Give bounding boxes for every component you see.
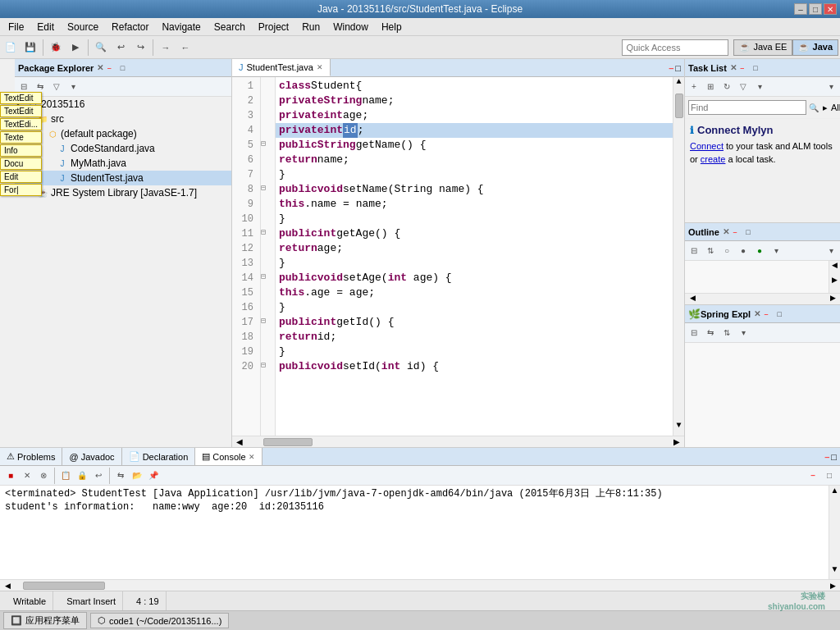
console-sv-up[interactable]: ▲: [829, 486, 840, 500]
console-open-btn[interactable]: 📂: [130, 468, 144, 483]
maximize-button[interactable]: □: [809, 3, 822, 15]
console-hs-right[interactable]: ▶: [825, 582, 840, 590]
gutter-11[interactable]: ⊟: [261, 225, 275, 240]
perspective-java[interactable]: ☕ Java: [792, 39, 838, 56]
connect-link[interactable]: Connect: [690, 141, 724, 151]
tb-save-btn[interactable]: 💾: [21, 39, 39, 57]
task-max-btn[interactable]: □: [750, 62, 761, 74]
menu-source[interactable]: Source: [61, 20, 105, 34]
console-clear2-btn[interactable]: ⊗: [36, 468, 51, 483]
perspective-javaee[interactable]: ☕ Java EE: [733, 39, 792, 56]
explorer-max-btn[interactable]: □: [116, 62, 128, 74]
tree-item-project[interactable]: ▾ ⬡ 20135116: [15, 97, 231, 112]
console-stop-btn[interactable]: ■: [3, 468, 18, 483]
tree-item-codestandard[interactable]: ▸ J CodeStandard.java: [15, 141, 231, 156]
gutter-5[interactable]: ⊟: [261, 136, 275, 151]
task-all-btn[interactable]: ▸: [821, 103, 829, 113]
spring-link-btn[interactable]: ⇆: [703, 326, 718, 340]
bottom-max-btn[interactable]: □: [831, 452, 837, 462]
outline-hs-right[interactable]: ▶: [825, 294, 840, 304]
tb-undo-btn[interactable]: ↩: [112, 39, 130, 57]
console-word-wrap-btn[interactable]: ↩: [91, 468, 106, 483]
taskbar-code-item[interactable]: ⬡ code1 (~/Code/20135116...): [90, 613, 229, 628]
spring-sort-btn[interactable]: ⇅: [719, 326, 734, 340]
console-max-btn2[interactable]: □: [822, 468, 837, 483]
bottom-tab-console[interactable]: ▤ Console ✕: [195, 448, 262, 465]
bottom-min-btn[interactable]: –: [824, 452, 829, 462]
console-scrollbar-v[interactable]: ▲ ▼: [829, 486, 840, 579]
task-min-btn[interactable]: –: [737, 62, 748, 74]
editor-max-btn[interactable]: □: [675, 63, 681, 73]
outline-collapse-btn[interactable]: ⊟: [687, 244, 701, 258]
outline-green-btn[interactable]: ●: [752, 244, 767, 258]
bottom-tab-javadoc[interactable]: @ Javadoc: [62, 448, 121, 465]
code-content[interactable]: class Student{ private String name; priv…: [276, 77, 673, 436]
menu-refactor[interactable]: Refactor: [105, 20, 155, 34]
outline-hs-left[interactable]: ◀: [685, 294, 700, 304]
tb-new-btn[interactable]: 📄: [2, 39, 20, 57]
bottom-tab-declaration[interactable]: 📄 Declaration: [122, 448, 196, 465]
menu-window[interactable]: Window: [326, 20, 375, 34]
tab-close-btn[interactable]: ✕: [317, 63, 323, 71]
hscroll-left-btn[interactable]: ◀: [232, 437, 247, 446]
outline-scroll-left[interactable]: ◀: [829, 261, 840, 276]
console-hs-thumb[interactable]: [23, 582, 105, 590]
tree-item-default-pkg[interactable]: ▾ ⬡ (default package): [15, 126, 231, 141]
explorer-menu-btn[interactable]: ▾: [66, 80, 80, 94]
menu-project[interactable]: Project: [252, 20, 295, 34]
menu-run[interactable]: Run: [295, 20, 326, 34]
console-link-btn[interactable]: ⇆: [113, 468, 128, 483]
tree-item-mymath[interactable]: ▸ J MyMath.java: [15, 156, 231, 171]
spring-min-btn[interactable]: –: [760, 308, 772, 320]
scrollbar-up-btn[interactable]: ▲: [673, 77, 684, 92]
editor-min-btn[interactable]: –: [669, 63, 673, 73]
console-hs-left[interactable]: ◀: [0, 582, 15, 590]
scroll-thumb[interactable]: [675, 94, 683, 118]
tree-item-src[interactable]: ▾ 📁 src: [15, 112, 231, 126]
editor-hscrollbar[interactable]: ◀ ▶: [232, 436, 684, 447]
tree-item-studenttest[interactable]: ▸ J StudentTest.java: [15, 171, 231, 185]
gutter-8[interactable]: ⊟: [261, 180, 275, 195]
outline-scroll-right[interactable]: ▶: [829, 276, 840, 290]
task-search-btn[interactable]: 🔍: [808, 100, 819, 115]
console-sv-down[interactable]: ▼: [829, 564, 840, 579]
spring-collapse-btn[interactable]: ⊟: [687, 326, 701, 340]
gutter-17[interactable]: ⊟: [261, 313, 275, 328]
outline-sort-btn[interactable]: ⇅: [703, 244, 718, 258]
console-hscrollbar[interactable]: ◀ ▶: [0, 579, 840, 591]
spring-max-btn[interactable]: □: [774, 308, 785, 320]
hscroll-right-btn[interactable]: ▶: [669, 437, 684, 446]
console-tab-close[interactable]: ✕: [249, 453, 255, 461]
task-new-btn[interactable]: +: [687, 80, 701, 94]
minimize-button[interactable]: –: [794, 3, 807, 15]
outline-menu-btn[interactable]: ▾: [769, 244, 783, 258]
console-clear-btn[interactable]: ✕: [20, 468, 34, 483]
tb-run-btn[interactable]: ▶: [66, 39, 84, 57]
tb-next-btn[interactable]: →: [157, 39, 175, 57]
outline-min-btn[interactable]: –: [729, 226, 741, 238]
gutter-20[interactable]: ⊟: [261, 358, 275, 372]
task-filter-btn[interactable]: ▽: [736, 80, 751, 94]
task-menu-btn[interactable]: ▾: [752, 80, 767, 94]
console-pin-btn[interactable]: 📌: [146, 468, 161, 483]
task-sync-btn[interactable]: ↻: [719, 80, 734, 94]
outline-max-btn[interactable]: □: [742, 226, 754, 238]
console-new-btn[interactable]: 📋: [58, 468, 73, 483]
editor-tab-studenttest[interactable]: J StudentTest.java ✕: [232, 59, 331, 76]
task-down-btn[interactable]: ▾: [824, 80, 838, 94]
close-button[interactable]: ✕: [824, 3, 837, 15]
tb-search-btn[interactable]: 🔍: [92, 39, 110, 57]
explorer-filter-btn[interactable]: ▽: [49, 80, 64, 94]
menu-edit[interactable]: Edit: [30, 20, 61, 34]
hscroll-thumb[interactable]: [263, 438, 313, 446]
tb-redo-btn[interactable]: ↪: [131, 39, 149, 57]
menu-file[interactable]: File: [2, 20, 30, 34]
console-min-btn2[interactable]: –: [806, 468, 820, 483]
task-find-input[interactable]: [688, 100, 806, 115]
task-repo-btn[interactable]: ⊞: [703, 80, 718, 94]
menu-search[interactable]: Search: [208, 20, 252, 34]
explorer-min-btn[interactable]: –: [103, 62, 115, 74]
spring-menu-btn[interactable]: ▾: [736, 326, 751, 340]
console-scroll-lock-btn[interactable]: 🔒: [75, 468, 89, 483]
outline-hide-btn[interactable]: ○: [719, 244, 734, 258]
